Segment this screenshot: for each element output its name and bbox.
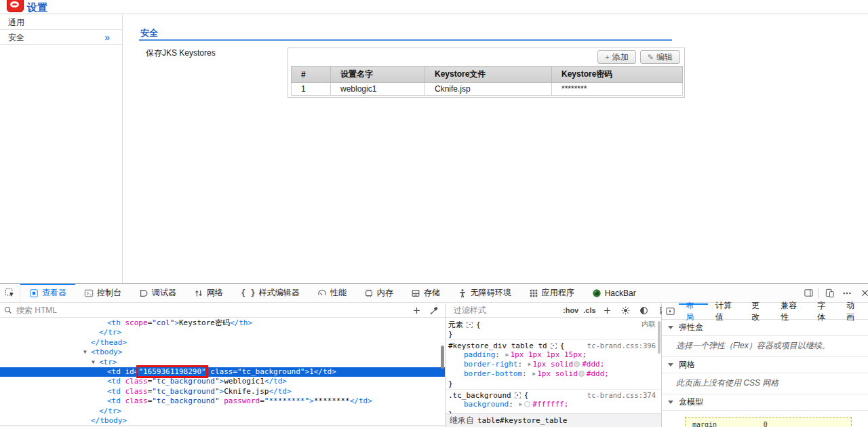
highlight-selector-icon[interactable] [551,343,557,349]
tab-layout[interactable]: 布局 [679,303,708,319]
highlight-selector-icon[interactable] [515,392,521,398]
pick-element-button[interactable] [0,284,20,302]
edit-button[interactable]: ✎ 编辑 [640,50,680,64]
plus-icon [412,306,421,315]
console-icon [84,289,94,298]
tab-application[interactable]: 应用程序 [520,284,583,302]
boxmodel-section-header[interactable]: 盒模型 [662,394,868,411]
expander-icon[interactable]: ▶ [527,361,533,367]
section-underline [139,39,672,41]
toolbar-separator [818,288,819,299]
sidebar-item-general[interactable]: 通用 [0,15,122,30]
tab-style-editor[interactable]: { } 样式编辑器 [232,284,309,302]
inspector-icon [29,289,39,298]
markup-line[interactable]: <td class="tc_background">Cknife.jsp</td… [0,387,445,396]
create-node-button[interactable] [410,303,423,317]
keystore-field-label: 保存JKS Keystores [146,48,216,59]
triangle-down-icon [668,326,673,329]
cell-password: ******** [552,83,683,96]
tab-animations[interactable]: 动画 [839,303,868,319]
css-declaration[interactable]: padding: ▶1px 1px 1px 15px; [446,350,661,360]
plus-icon: + [605,53,609,61]
color-swatch[interactable] [574,361,580,367]
color-swatch[interactable] [578,371,585,377]
markup-line-selected[interactable]: <td id="1659361198290" class="tc_backgro… [0,367,445,377]
color-swatch[interactable] [524,401,530,407]
column-header-password: Keystore密码 [552,67,683,83]
tab-changes[interactable]: 更改 [744,303,773,319]
markup-line[interactable]: ▼<tbody> [0,348,445,357]
color-value: #ddd [587,369,605,378]
tab-memory[interactable]: 内存 [355,284,402,302]
eyedropper-button[interactable] [427,303,441,317]
class-toggle[interactable]: .cls [583,306,595,314]
markup-line[interactable]: <td class="tc_background" password="****… [0,396,445,406]
twisty-icon[interactable]: ▼ [83,348,91,357]
expand-sidebar-button[interactable] [662,303,679,319]
tab-accessibility[interactable]: 无障碍环境 [449,284,520,302]
expander-icon[interactable]: ▶ [517,401,524,407]
table-row[interactable]: 1 weblogic1 Cknife.jsp ******** [292,83,683,96]
markup-line[interactable]: <td class="tc_background">weblogic1</td> [0,377,445,386]
markup-token: "tc_background" [152,377,219,386]
markup-line[interactable]: </thead> [0,338,445,348]
cknife-logo-icon [7,0,24,12]
css-declaration[interactable]: border-right: ▶1px solid#ddd; [446,360,661,369]
close-icon [861,289,868,297]
filter-styles-input[interactable] [454,305,559,315]
tab-fonts[interactable]: 字体 [810,303,839,319]
css-declaration[interactable]: border-bottom: ▶1px solid#ddd; [446,369,661,379]
boxmodel-diagram: margin 0 CSDN @jxggjoray [662,411,868,427]
tab-network[interactable]: 网络 [185,284,232,302]
rule-selector: #keystore_div table td [448,341,547,350]
rule-origin-inline[interactable]: 内联 [642,320,656,329]
inspector-scrollbar[interactable] [441,346,444,369]
css-declaration[interactable]: background: ▶#ffffff; [446,400,661,409]
markup-line[interactable]: </tr> [0,328,445,337]
tab-hackbar[interactable]: HackBar [583,284,645,302]
dark-theme-sim-button[interactable] [637,303,651,317]
sidebar-item-security[interactable]: 安全 » [0,30,122,45]
markup-line[interactable]: </tr> [0,407,445,416]
markup-line[interactable]: ▼<tr> [0,358,445,367]
rule-close: } [446,329,661,339]
property-name: padding [464,350,495,359]
tab-label: 查看器 [42,287,66,299]
inherited-selector[interactable]: table#keystore_table [477,416,567,425]
search-html-input[interactable] [16,305,406,315]
light-theme-sim-button[interactable] [619,303,633,317]
sidebar-item-label: 安全 [8,30,104,45]
stylesheet-link[interactable]: tc-brand.css:396 [587,341,656,350]
tab-console[interactable]: 控制台 [75,284,130,302]
add-rule-button[interactable] [601,303,614,317]
cell-name: weblogic1 [331,83,425,96]
boxmodel-margin-box[interactable]: margin 0 CSDN @jxggjoray [685,417,852,427]
markup-token: > [309,396,314,405]
tab-label: 样式编辑器 [259,287,300,299]
pseudo-class-toggle[interactable]: :hov [563,306,578,314]
tab-performance[interactable]: 性能 [309,284,355,302]
layout-panel: 布局 计算值 更改 兼容性 字体 动画 弹性盒 选择一个弹性（Flex）容器或项… [662,303,868,427]
dock-side-button[interactable] [800,284,817,303]
stylesheet-link[interactable]: tc-brand.css:374 [587,391,656,399]
section-label: 盒模型 [679,396,703,408]
column-header-index: # [292,67,331,83]
rules-list: 元素 { 内联 } #keystore_div table td { tc-br… [446,318,661,419]
twisty-icon[interactable]: ▼ [92,358,99,367]
tab-label: 控制台 [97,287,121,299]
tab-debugger[interactable]: 调试器 [130,284,185,302]
network-icon [194,289,203,298]
tab-computed[interactable]: 计算值 [708,303,745,319]
tab-inspector[interactable]: 查看器 [20,284,75,302]
margin-top-value[interactable]: 0 [764,421,768,427]
grid-section-header[interactable]: 网格 [662,357,868,373]
rule-header: #keystore_div table td { tc-brand.css:39… [446,341,661,350]
tab-compatibility[interactable]: 兼容性 [773,303,810,319]
markup-line[interactable]: <th scope="col">Keystore密码</th> [0,318,445,328]
tab-storage[interactable]: 存储 [402,284,449,302]
expander-icon[interactable]: ▶ [531,371,537,377]
section-label: 弹性盒 [679,322,703,333]
rules-scrollbar[interactable] [658,321,660,354]
add-button[interactable]: + 添加 [597,50,635,64]
highlight-selector-icon[interactable] [467,322,473,328]
